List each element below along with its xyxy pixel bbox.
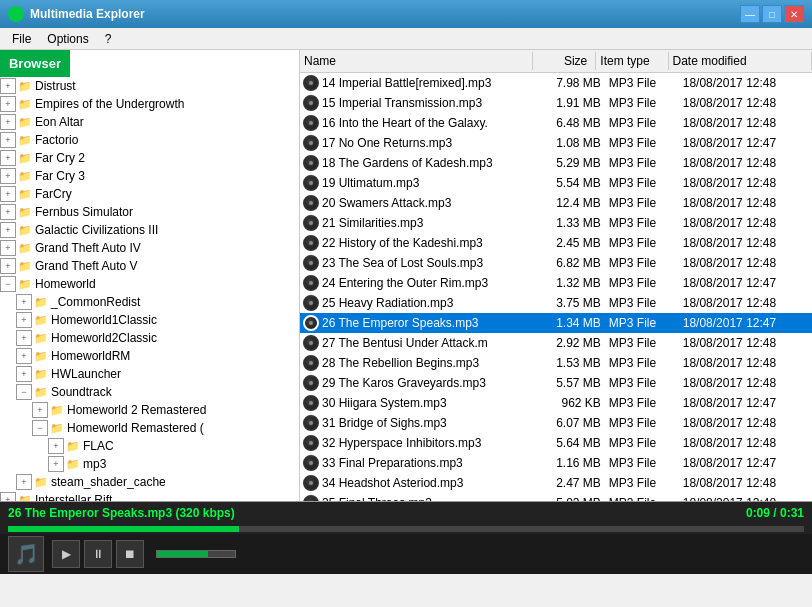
file-row[interactable]: 30 Hiigara System.mp3962 KBMP3 File18/08… [300,393,812,413]
tree-item-soundtrack[interactable]: −📁Soundtrack [0,383,299,401]
col-header-date[interactable]: Date modified [669,52,812,70]
tree-item-hwremastered[interactable]: −📁Homeworld Remastered ( [0,419,299,437]
tree-label: Interstellar Rift [35,493,112,501]
menu-help[interactable]: ? [97,30,120,48]
stop-button[interactable]: ⏹ [116,540,144,568]
file-row[interactable]: 32 Hyperspace Inhibitors.mp35.64 MBMP3 F… [300,433,812,453]
tree-expander[interactable]: + [48,438,64,454]
maximize-button[interactable]: □ [762,5,782,23]
file-row[interactable]: 27 The Bentusi Under Attack.m2.92 MBMP3 … [300,333,812,353]
file-row[interactable]: 24 Entering the Outer Rim.mp31.32 MBMP3 … [300,273,812,293]
volume-slider[interactable] [156,550,236,558]
folder-icon: 📁 [50,404,64,416]
tree-expander[interactable]: + [16,348,32,364]
play-button[interactable]: ▶ [52,540,80,568]
tree-item-flac[interactable]: +📁FLAC [0,437,299,455]
tree-item-farcry3[interactable]: +📁Far Cry 3 [0,167,299,185]
file-date: 18/08/2017 12:48 [683,476,812,490]
tree-expander[interactable]: + [16,312,32,328]
tree-expander[interactable]: + [48,456,64,472]
tree-expander[interactable]: + [0,492,16,501]
tree-label: Grand Theft Auto IV [35,241,141,255]
file-row[interactable]: 31 Bridge of Sighs.mp36.07 MBMP3 File18/… [300,413,812,433]
file-row[interactable]: 35 Final Throes.mp35.02 MBMP3 File18/08/… [300,493,812,501]
file-row[interactable]: 17 No One Returns.mp31.08 MBMP3 File18/0… [300,133,812,153]
browser-button[interactable]: Browser [0,50,70,77]
tree-expander[interactable]: + [16,366,32,382]
file-icon [302,234,320,252]
tree-expander[interactable]: + [16,474,32,490]
tree-item-fernbus[interactable]: +📁Fernbus Simulator [0,203,299,221]
tree-item-galciv[interactable]: +📁Galactic Civilizations III [0,221,299,239]
tree-label: Homeworld1Classic [51,313,157,327]
progress-bar[interactable] [8,526,804,532]
tree-item-hw2classic[interactable]: +📁Homeworld2Classic [0,329,299,347]
file-row[interactable]: 18 The Gardens of Kadesh.mp35.29 MBMP3 F… [300,153,812,173]
tree-expander[interactable]: + [0,150,16,166]
file-row[interactable]: 29 The Karos Graveyards.mp35.57 MBMP3 Fi… [300,373,812,393]
file-row[interactable]: 22 History of the Kadeshi.mp32.45 MBMP3 … [300,233,812,253]
tree-item-farcry[interactable]: +📁FarCry [0,185,299,203]
tree-item-gta5[interactable]: +📁Grand Theft Auto V [0,257,299,275]
file-row[interactable]: 20 Swamers Attack.mp312.4 MBMP3 File18/0… [300,193,812,213]
folder-icon: 📁 [18,242,32,254]
tree-expander[interactable]: − [32,420,48,436]
volume-slider-area[interactable] [156,550,236,558]
file-row[interactable]: 28 The Rebellion Begins.mp31.53 MBMP3 Fi… [300,353,812,373]
file-row[interactable]: 14 Imperial Battle[remixed].mp37.98 MBMP… [300,73,812,93]
file-row[interactable]: 34 Headshot Asteriod.mp32.47 MBMP3 File1… [300,473,812,493]
progress-area[interactable] [0,524,812,534]
tree-expander[interactable]: + [0,186,16,202]
col-header-name[interactable]: Name [300,52,533,70]
tree-expander[interactable]: + [0,258,16,274]
file-row[interactable]: 15 Imperial Transmission.mp31.91 MBMP3 F… [300,93,812,113]
file-row[interactable]: 26 The Emperor Speaks.mp31.34 MBMP3 File… [300,313,812,333]
file-size: 5.57 MB [544,376,609,390]
minimize-button[interactable]: — [740,5,760,23]
file-row[interactable]: 16 Into the Heart of the Galaxy.6.48 MBM… [300,113,812,133]
tree-expander[interactable]: + [0,78,16,94]
tree-item-mp3[interactable]: +📁mp3 [0,455,299,473]
tree-item-commonredist[interactable]: +📁_CommonRedist [0,293,299,311]
col-header-size[interactable]: Size [533,52,597,70]
tree-expander[interactable]: + [0,168,16,184]
tree-expander[interactable]: + [0,132,16,148]
tree-expander[interactable]: − [16,384,32,400]
close-button[interactable]: ✕ [784,5,804,23]
tree-item-empires[interactable]: +📁Empires of the Undergrowth [0,95,299,113]
tree-item-interstellar[interactable]: +📁Interstellar Rift [0,491,299,501]
tree-item-gta4[interactable]: +📁Grand Theft Auto IV [0,239,299,257]
tree-item-homeworld[interactable]: −📁Homeworld [0,275,299,293]
tree-expander[interactable]: + [0,240,16,256]
tree-expander[interactable]: − [0,276,16,292]
tree-item-steam_shader[interactable]: +📁steam_shader_cache [0,473,299,491]
tree-expander[interactable]: + [16,330,32,346]
tree-expander[interactable]: + [0,96,16,112]
tree-item-factorio[interactable]: +📁Factorio [0,131,299,149]
tree-container[interactable]: +📁Distrust+📁Empires of the Undergrowth+📁… [0,77,299,501]
tree-item-hw1classic[interactable]: +📁Homeworld1Classic [0,311,299,329]
status-bar: 26 The Emperor Speaks.mp3 (320 kbps) 0:0… [0,502,812,524]
tree-expander[interactable]: + [32,402,48,418]
file-row[interactable]: 19 Ultimatum.mp35.54 MBMP3 File18/08/201… [300,173,812,193]
tree-item-eonaltar[interactable]: +📁Eon Altar [0,113,299,131]
tree-expander[interactable]: + [0,114,16,130]
file-row[interactable]: 23 The Sea of Lost Souls.mp36.82 MBMP3 F… [300,253,812,273]
file-row[interactable]: 25 Heavy Radiation.mp33.75 MBMP3 File18/… [300,293,812,313]
tree-item-distrust[interactable]: +📁Distrust [0,77,299,95]
tree-item-farcry2[interactable]: +📁Far Cry 2 [0,149,299,167]
tree-expander[interactable]: + [16,294,32,310]
tree-item-hwrm[interactable]: +📁HomeworldRM [0,347,299,365]
tree-expander[interactable]: + [0,204,16,220]
file-list[interactable]: 14 Imperial Battle[remixed].mp37.98 MBMP… [300,73,812,501]
file-row[interactable]: 33 Final Preparations.mp31.16 MBMP3 File… [300,453,812,473]
file-name: 35 Final Throes.mp3 [322,496,544,501]
tree-expander[interactable]: + [0,222,16,238]
col-header-type[interactable]: Item type [596,52,668,70]
menu-file[interactable]: File [4,30,39,48]
file-row[interactable]: 21 Similarities.mp31.33 MBMP3 File18/08/… [300,213,812,233]
tree-item-hwlauncher[interactable]: +📁HWLauncher [0,365,299,383]
tree-item-hw2remastered[interactable]: +📁Homeworld 2 Remastered [0,401,299,419]
menu-options[interactable]: Options [39,30,96,48]
pause-button[interactable]: ⏸ [84,540,112,568]
